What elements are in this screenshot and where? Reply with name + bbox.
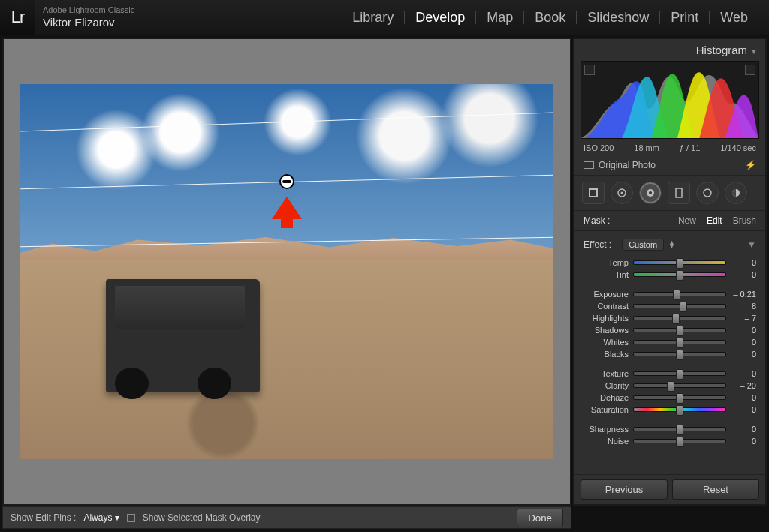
slider-value: 0: [731, 338, 756, 347]
slider-thumb[interactable]: [676, 437, 683, 447]
slider-temp[interactable]: Temp0: [574, 257, 765, 269]
slider-clarity[interactable]: Clarity– 20: [574, 380, 765, 392]
mask-tab-edit[interactable]: Edit: [707, 215, 722, 226]
overlay-label: Show Selected Mask Overlay: [143, 512, 261, 523]
mask-tab-brush[interactable]: Brush: [733, 215, 756, 226]
slider-texture[interactable]: Texture0: [574, 368, 765, 380]
reset-button[interactable]: Reset: [672, 479, 759, 500]
slider-thumb[interactable]: [676, 338, 683, 348]
slider-track[interactable]: [633, 407, 726, 412]
slider-label: Whites: [584, 338, 629, 347]
slider-value: – 0.21: [731, 290, 756, 299]
slider-thumb[interactable]: [680, 302, 687, 312]
slider-value: 0: [731, 425, 756, 434]
gradient-rotate-handle[interactable]: [279, 174, 294, 189]
show-pins-label: Show Edit Pins :: [11, 512, 76, 523]
slider-track[interactable]: [633, 352, 726, 356]
effect-row: Effect : Custom ▲▼ ▼: [574, 236, 765, 257]
done-button[interactable]: Done: [517, 509, 563, 527]
slider-shadows[interactable]: Shadows0: [574, 324, 765, 336]
nav-print[interactable]: Print: [660, 10, 709, 26]
overlay-checkbox[interactable]: [127, 514, 135, 522]
mask-tab-new[interactable]: New: [678, 215, 696, 226]
slider-track[interactable]: [633, 272, 726, 277]
effect-dropdown[interactable]: Custom: [622, 239, 664, 251]
effect-collapse-icon[interactable]: ▼: [747, 239, 756, 250]
slider-track[interactable]: [633, 439, 726, 443]
compare-icon: [584, 161, 594, 169]
show-pins-dropdown[interactable]: Always ▾: [83, 512, 119, 523]
slider-label: Blacks: [584, 350, 629, 359]
chevron-down-icon: ▾: [115, 512, 119, 523]
slider-track[interactable]: [633, 316, 726, 320]
slider-blacks[interactable]: Blacks0: [574, 348, 765, 360]
slider-value: 0: [731, 270, 756, 279]
slider-thumb[interactable]: [676, 326, 683, 336]
slider-track[interactable]: [633, 340, 726, 344]
slider-track[interactable]: [633, 328, 726, 332]
slider-thumb[interactable]: [676, 369, 683, 380]
slider-label: Texture: [584, 369, 629, 378]
slider-value: 8: [731, 302, 756, 311]
nav-web[interactable]: Web: [710, 10, 758, 26]
slider-label: Shadows: [584, 326, 629, 335]
svg-point-1: [621, 192, 623, 194]
slider-whites[interactable]: Whites0: [574, 336, 765, 348]
canvas[interactable]: Show Edit Pins : Always ▾ Show Selected …: [2, 38, 571, 506]
nav-book[interactable]: Book: [524, 10, 576, 26]
highlight-clip-indicator[interactable]: [745, 65, 755, 75]
photo-preview[interactable]: [20, 84, 553, 459]
slider-track[interactable]: [633, 304, 726, 308]
original-photo-row[interactable]: Original Photo ⚡: [574, 155, 765, 176]
slider-exposure[interactable]: Exposure– 0.21: [574, 288, 765, 300]
slider-thumb[interactable]: [676, 258, 683, 269]
histogram-header[interactable]: Histogram▼: [574, 39, 765, 61]
slider-contrast[interactable]: Contrast8: [574, 300, 765, 312]
adjustment-brush-tool[interactable]: [696, 182, 719, 204]
slider-value: 0: [731, 405, 756, 414]
previous-button[interactable]: Previous: [581, 479, 668, 500]
panel-footer: Previous Reset: [574, 474, 765, 504]
slider-label: Noise: [584, 437, 629, 446]
effect-stepper-icon[interactable]: ▲▼: [668, 241, 675, 249]
meta-iso: ISO 200: [584, 143, 614, 152]
slider-track[interactable]: [633, 383, 726, 388]
slider-thumb[interactable]: [676, 270, 683, 281]
slider-sharpness[interactable]: Sharpness0: [574, 423, 765, 435]
slider-label: Highlights: [584, 314, 629, 323]
mask-tabs: New Edit Brush: [678, 215, 756, 226]
crop-tool[interactable]: [582, 182, 605, 204]
slider-highlights[interactable]: Highlights– 7: [574, 312, 765, 324]
spot-removal-tool[interactable]: [611, 182, 633, 204]
nav-library[interactable]: Library: [342, 10, 404, 26]
slider-track[interactable]: [633, 395, 726, 400]
slider-track[interactable]: [633, 371, 726, 376]
slider-thumb[interactable]: [676, 393, 683, 404]
range-mask-tool[interactable]: [725, 182, 747, 204]
slider-thumb[interactable]: [672, 314, 680, 324]
slider-tint[interactable]: Tint0: [574, 269, 765, 281]
slider-label: Dehaze: [584, 393, 629, 402]
slider-thumb[interactable]: [676, 425, 683, 435]
graduated-filter-tool[interactable]: [639, 182, 662, 204]
shadow-clip-indicator[interactable]: [584, 65, 595, 75]
slider-label: Clarity: [584, 381, 629, 390]
slider-thumb[interactable]: [676, 350, 683, 360]
radial-filter-tool[interactable]: [668, 182, 690, 204]
slider-track[interactable]: [633, 292, 726, 296]
slider-value: – 20: [731, 381, 756, 390]
slider-track[interactable]: [633, 427, 726, 431]
histogram[interactable]: [581, 61, 759, 139]
sliders-area: Effect : Custom ▲▼ ▼ Temp0Tint0 Exposure…: [574, 231, 765, 474]
slider-thumb[interactable]: [673, 290, 680, 300]
canvas-toolbar: Show Edit Pins : Always ▾ Show Selected …: [2, 506, 571, 529]
slider-track[interactable]: [633, 260, 726, 265]
nav-develop[interactable]: Develop: [405, 10, 475, 26]
slider-thumb[interactable]: [676, 405, 683, 416]
slider-noise[interactable]: Noise0: [574, 435, 765, 447]
slider-thumb[interactable]: [667, 381, 674, 392]
nav-slideshow[interactable]: Slideshow: [577, 10, 659, 26]
slider-dehaze[interactable]: Dehaze0: [574, 392, 765, 404]
slider-saturation[interactable]: Saturation0: [574, 404, 765, 416]
nav-map[interactable]: Map: [476, 10, 523, 26]
